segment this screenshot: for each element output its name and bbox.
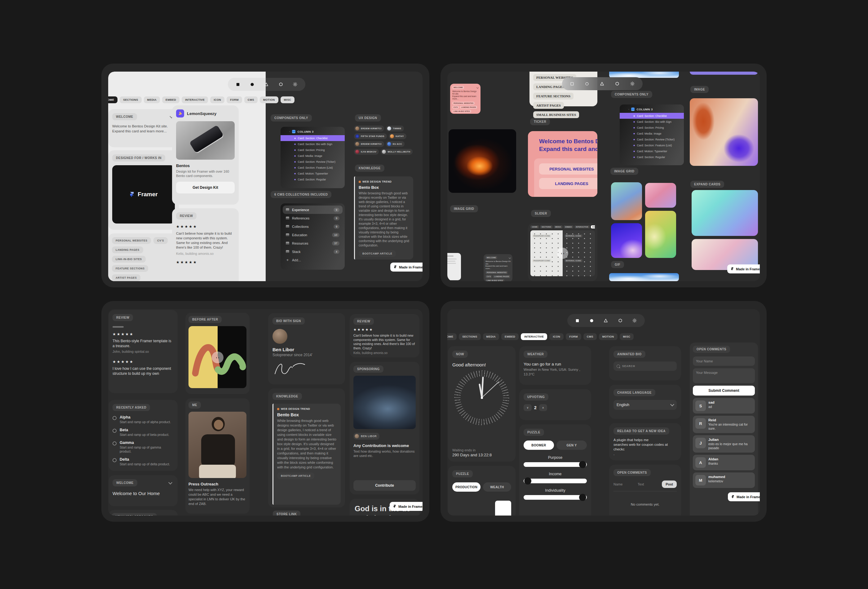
tab-media[interactable]: MEDIA: [144, 96, 160, 103]
tab-misc[interactable]: MISC: [280, 96, 295, 103]
your-message-input[interactable]: Your Message: [693, 368, 755, 383]
tag-chip[interactable]: PERSONAL WEBSITES: [112, 237, 151, 244]
square-icon[interactable]: [570, 82, 574, 86]
sun-icon[interactable]: [632, 318, 637, 323]
tab-motion[interactable]: MOTION: [599, 333, 617, 340]
boomer-button[interactable]: BOOMER: [524, 440, 554, 450]
ux-pill[interactable]: EU ACC: [386, 141, 404, 147]
faq-item[interactable]: Beta Start and ramp up of beta product.: [112, 428, 174, 437]
ux-pill[interactable]: ILYA MISKOV: [354, 149, 379, 155]
tag-chip[interactable]: CV'S: [154, 237, 168, 244]
tab-form[interactable]: FORM: [227, 96, 242, 103]
puzzle-tile[interactable]: [495, 500, 511, 515]
cms-row[interactable]: References9: [283, 214, 342, 222]
tab-motion[interactable]: MOTION: [260, 96, 278, 103]
square-icon[interactable]: [236, 83, 240, 87]
framer-tile[interactable]: Framer: [112, 165, 175, 223]
made-in-framer-badge[interactable]: Made in Framer: [390, 502, 422, 511]
tab-cms[interactable]: CMS: [244, 96, 258, 103]
ux-pill[interactable]: ERDEM KIRMITCI: [354, 141, 384, 147]
submit-comment-button[interactable]: Submit Comment: [693, 386, 755, 396]
chevron-down-icon[interactable]: [168, 480, 172, 484]
sun-icon[interactable]: [630, 81, 635, 86]
cms-row[interactable]: Resources37: [283, 239, 342, 247]
tab-misc[interactable]: MISC: [620, 333, 634, 340]
tree-row[interactable]: ◆Card: Media: Image: [280, 153, 345, 159]
serif-tag[interactable]: SMALL BUSINESS SITES: [533, 111, 579, 118]
expand-card-tile[interactable]: [692, 190, 758, 236]
cms-add-row[interactable]: +Add...: [283, 256, 342, 264]
slider-knob[interactable]: [579, 461, 586, 468]
tag-chip[interactable]: LANDING PAGES: [112, 247, 143, 253]
tag-chip[interactable]: LINK-IN-BIO SITES: [112, 256, 146, 263]
hexagon-icon[interactable]: [279, 82, 283, 87]
tree-row[interactable]: ◆Card: Section: Pricing: [620, 125, 684, 130]
cms-row[interactable]: Experience9: [283, 205, 342, 214]
upvote-button[interactable]: ∧: [539, 404, 547, 411]
search-input[interactable]: SEARCH: [614, 362, 677, 371]
bootcamp-article-chip[interactable]: BOOTCAMP ARTICLE: [359, 250, 396, 257]
faq-item[interactable]: Alpha Start and ramp up of alpha product…: [112, 415, 174, 424]
made-in-framer-badge[interactable]: Made in Framer: [728, 492, 760, 501]
ux-pill[interactable]: FIFTH STAR FUNDS: [354, 133, 387, 139]
tree-row[interactable]: ◆Card: Motion: Typewriter: [620, 148, 684, 154]
tree-row[interactable]: ◆Card: Motion: Typewriter: [280, 170, 345, 176]
faq-item[interactable]: Gamma Start and ramp up of gamma product…: [112, 440, 174, 453]
tree-row[interactable]: ◆Card: Section: Bio with Sign: [280, 141, 345, 147]
circle-icon[interactable]: [590, 319, 593, 323]
triangle-icon[interactable]: [264, 82, 269, 87]
made-in-framer-badge[interactable]: Made in Framer: [727, 264, 760, 273]
tree-header[interactable]: COLUMN 3: [297, 130, 313, 133]
hexagon-icon[interactable]: [618, 318, 623, 323]
mini-welcome-card-pink[interactable]: WELCOME Welcome to Bentos Design Kit sit…: [450, 84, 480, 114]
ux-pill[interactable]: MOLLY HELLMUTH: [381, 149, 413, 155]
tree-header[interactable]: COLUMN 3: [636, 108, 652, 111]
tab-icon[interactable]: ICON: [549, 333, 564, 340]
get-design-kit-button[interactable]: Get Design Kit: [176, 182, 235, 193]
cms-row[interactable]: Stack4: [283, 247, 342, 256]
triangle-icon[interactable]: [604, 318, 608, 323]
tab-media[interactable]: MEDIA: [483, 333, 499, 340]
tree-row[interactable]: ◆Card: Section: Checklist: [280, 135, 345, 141]
tag-chip[interactable]: ARTIST PAGES: [112, 275, 140, 281]
slider-knob[interactable]: [524, 477, 531, 484]
triangle-icon[interactable]: [600, 81, 604, 86]
mini-welcome-card-dark[interactable]: WELCOME Welcome to Bentos Design Kit sit…: [484, 254, 512, 281]
comment-text-input[interactable]: Text: [638, 482, 659, 486]
cms-row[interactable]: Education10: [283, 231, 342, 239]
tab-interactive[interactable]: INTERACTIVE: [521, 333, 547, 340]
tree-row[interactable]: ◆Card: Section: Review (Ticker): [280, 159, 345, 165]
tab-sections[interactable]: SECTIONS: [459, 333, 480, 340]
faq-item[interactable]: Delta Start and ramp up of delta product…: [112, 457, 174, 466]
post-button[interactable]: Post: [662, 480, 677, 488]
tab-embed[interactable]: EMBED: [501, 333, 519, 340]
compare-slider-handle[interactable]: ‹›: [557, 248, 568, 259]
tree-row[interactable]: ◆Card: Section: Regular: [620, 154, 684, 160]
ux-pill[interactable]: TIMMIE: [386, 125, 404, 131]
bootcamp-article-chip[interactable]: BOOTCAMP ARTICLE: [277, 472, 314, 479]
hexagon-icon[interactable]: [615, 81, 619, 86]
tree-row[interactable]: ◆Card: Section: Checklist: [620, 113, 684, 119]
serif-tag[interactable]: FEATURE SECTIONS: [533, 93, 574, 99]
circle-icon[interactable]: [250, 83, 254, 87]
tab-embed[interactable]: EMBED: [162, 96, 180, 103]
contribute-button[interactable]: Contribute: [353, 480, 416, 491]
tree-row[interactable]: ◆Card: Section: Feature (List): [280, 165, 345, 170]
tree-row[interactable]: ◆Card: Section: Review (Ticker): [620, 136, 684, 142]
tab-home[interactable]: HOME: [447, 333, 457, 340]
ticker-tag-button[interactable]: LANDING PAGES: [539, 178, 597, 189]
made-in-framer-badge[interactable]: Made in Framer: [390, 263, 422, 272]
serif-tag[interactable]: ARTIST PAGES: [533, 102, 564, 109]
ux-pill[interactable]: KATHY: [389, 133, 406, 139]
tab-form[interactable]: FORM: [566, 333, 581, 340]
tree-row[interactable]: ◆Card: Section: Bio with Sign: [620, 119, 684, 125]
tab-sections[interactable]: SECTIONS: [120, 96, 141, 103]
slider-knob[interactable]: [579, 494, 586, 501]
cms-row[interactable]: Collections9: [283, 222, 342, 231]
tab-icon[interactable]: ICON: [210, 96, 224, 103]
income-slider[interactable]: [524, 479, 587, 483]
ticker-tag-button[interactable]: PERSONAL WEBSITES: [539, 163, 597, 174]
downvote-button[interactable]: ∨: [524, 404, 531, 411]
square-icon[interactable]: [575, 319, 579, 323]
tab-home[interactable]: HOME: [108, 96, 118, 103]
